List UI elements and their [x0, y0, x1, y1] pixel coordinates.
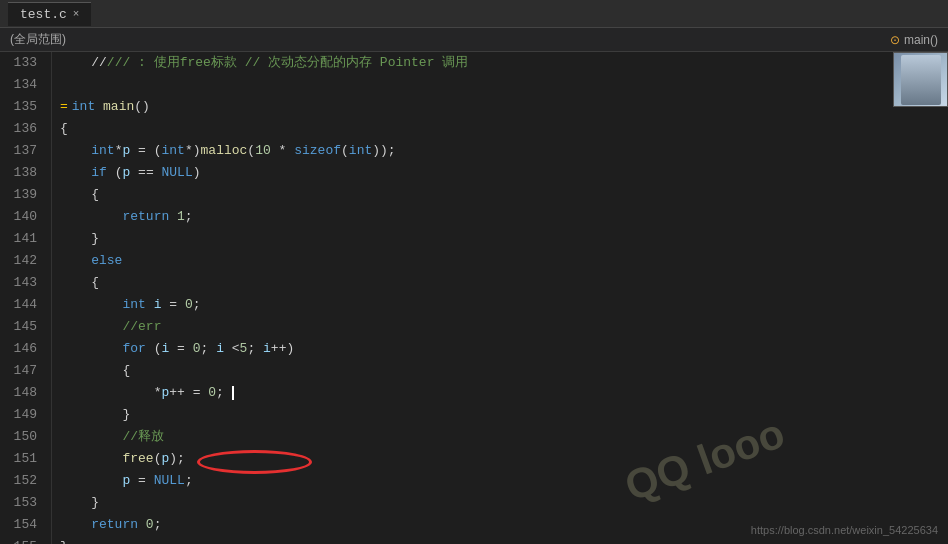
csdn-link: https://blog.csdn.net/weixin_54225634	[751, 524, 938, 536]
breadcrumb: (全局范围)	[10, 31, 66, 48]
code-line: //err	[60, 316, 948, 338]
line-number: 139	[0, 184, 43, 206]
line-number: 137	[0, 140, 43, 162]
line-number: 149	[0, 404, 43, 426]
code-line: return 1;	[60, 206, 948, 228]
code-line: {	[60, 272, 948, 294]
code-line: {	[60, 184, 948, 206]
editor-container: test.c × (全局范围) ⊙ main() 133134135136137…	[0, 0, 948, 544]
code-line: if (p == NULL)	[60, 162, 948, 184]
code-line: }	[60, 228, 948, 250]
code-lines: ///// : 使用free标款 // 次动态分配的内存 Pointer 调用=…	[52, 52, 948, 544]
line-number: 143	[0, 272, 43, 294]
code-content[interactable]: ///// : 使用free标款 // 次动态分配的内存 Pointer 调用=…	[52, 52, 948, 544]
code-line: =int main()	[60, 96, 948, 118]
code-line: int i = 0;	[60, 294, 948, 316]
line-number: 141	[0, 228, 43, 250]
line-number: 133	[0, 52, 43, 74]
code-line: else	[60, 250, 948, 272]
function-name: main()	[904, 33, 938, 47]
line-number: 155	[0, 536, 43, 544]
line-number: 150	[0, 426, 43, 448]
code-line: }	[60, 536, 948, 544]
line-number: 145	[0, 316, 43, 338]
photo-inner	[901, 55, 941, 105]
line-number: 136	[0, 118, 43, 140]
line-number: 138	[0, 162, 43, 184]
line-number: 153	[0, 492, 43, 514]
file-tab[interactable]: test.c ×	[8, 2, 91, 26]
line-number: 144	[0, 294, 43, 316]
code-line	[60, 74, 948, 96]
function-indicator: ⊙ main()	[890, 33, 938, 47]
code-line: p = NULL;	[60, 470, 948, 492]
cursor-indicator	[224, 385, 234, 400]
code-line: //释放	[60, 426, 948, 448]
code-line: {	[60, 118, 948, 140]
code-line: free(p);	[60, 448, 948, 470]
line-numbers: 1331341351361371381391401411421431441451…	[0, 52, 52, 544]
code-line: {	[60, 360, 948, 382]
line-number: 154	[0, 514, 43, 536]
line-number: 146	[0, 338, 43, 360]
line-number: 147	[0, 360, 43, 382]
top-bar: (全局范围) ⊙ main()	[0, 28, 948, 52]
code-line: ///// : 使用free标款 // 次动态分配的内存 Pointer 调用	[60, 52, 948, 74]
code-line: *p++ = 0;	[60, 382, 948, 404]
code-line: }	[60, 404, 948, 426]
arrow-indicator: =	[60, 99, 68, 114]
title-bar-left: test.c ×	[8, 2, 91, 26]
title-bar: test.c ×	[0, 0, 948, 28]
line-number: 148	[0, 382, 43, 404]
code-area: 1331341351361371381391401411421431441451…	[0, 52, 948, 544]
line-number: 134	[0, 74, 43, 96]
code-line: int*p = (int*)malloc(10 * sizeof(int));	[60, 140, 948, 162]
code-line: }	[60, 492, 948, 514]
line-number: 135	[0, 96, 43, 118]
line-number: 151	[0, 448, 43, 470]
tab-close-button[interactable]: ×	[73, 8, 80, 20]
code-line: for (i = 0; i <5; i++)	[60, 338, 948, 360]
line-number: 140	[0, 206, 43, 228]
line-number: 152	[0, 470, 43, 492]
file-tab-label: test.c	[20, 7, 67, 22]
photo-thumbnail	[893, 52, 948, 107]
line-number: 142	[0, 250, 43, 272]
function-icon: ⊙	[890, 33, 900, 47]
